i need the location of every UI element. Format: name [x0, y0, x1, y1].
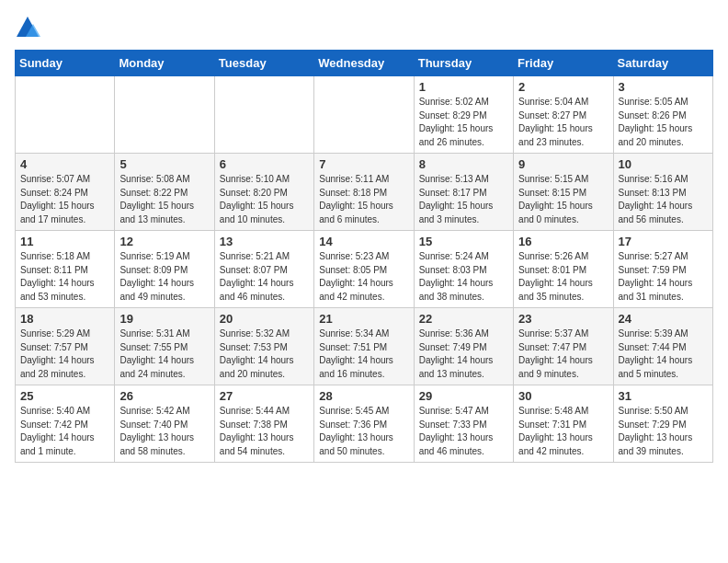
day-info: Sunrise: 5:39 AM Sunset: 7:44 PM Dayligh… — [619, 327, 708, 381]
logo-icon — [15, 15, 40, 40]
day-info: Sunrise: 5:27 AM Sunset: 7:59 PM Dayligh… — [619, 250, 708, 304]
day-number: 16 — [518, 235, 608, 248]
day-number: 12 — [119, 235, 209, 248]
calendar-cell: 17Sunrise: 5:27 AM Sunset: 7:59 PM Dayli… — [613, 231, 712, 308]
day-info: Sunrise: 5:04 AM Sunset: 8:27 PM Dayligh… — [518, 96, 608, 149]
day-header-friday: Friday — [514, 51, 613, 76]
calendar-cell: 6Sunrise: 5:10 AM Sunset: 8:20 PM Daylig… — [214, 154, 313, 231]
calendar-cell: 29Sunrise: 5:47 AM Sunset: 7:33 PM Dayli… — [414, 385, 513, 463]
day-number: 4 — [20, 157, 109, 171]
calendar-cell: 12Sunrise: 5:19 AM Sunset: 8:09 PM Dayli… — [115, 231, 214, 308]
day-number: 24 — [619, 312, 708, 326]
day-info: Sunrise: 5:48 AM Sunset: 7:31 PM Dayligh… — [518, 405, 608, 458]
day-number: 25 — [20, 389, 109, 403]
day-info: Sunrise: 5:15 AM Sunset: 8:15 PM Dayligh… — [518, 173, 608, 226]
calendar-cell: 28Sunrise: 5:45 AM Sunset: 7:36 PM Dayli… — [314, 385, 414, 463]
day-info: Sunrise: 5:21 AM Sunset: 8:07 PM Dayligh… — [220, 250, 309, 304]
day-header-monday: Monday — [115, 51, 214, 76]
day-number: 18 — [20, 312, 109, 326]
calendar-table: SundayMondayTuesdayWednesdayThursdayFrid… — [15, 50, 713, 463]
day-number: 21 — [319, 312, 408, 326]
day-info: Sunrise: 5:24 AM Sunset: 8:03 PM Dayligh… — [419, 250, 508, 304]
day-info: Sunrise: 5:44 AM Sunset: 7:38 PM Dayligh… — [220, 405, 309, 458]
day-number: 31 — [619, 389, 708, 403]
calendar-cell: 21Sunrise: 5:34 AM Sunset: 7:51 PM Dayli… — [314, 308, 414, 385]
day-number: 20 — [220, 312, 309, 326]
day-number: 8 — [419, 157, 508, 171]
calendar-cell: 20Sunrise: 5:32 AM Sunset: 7:53 PM Dayli… — [214, 308, 313, 385]
day-header-sunday: Sunday — [16, 51, 115, 76]
calendar-cell: 30Sunrise: 5:48 AM Sunset: 7:31 PM Dayli… — [514, 385, 613, 463]
day-number: 1 — [419, 80, 508, 94]
day-number: 5 — [119, 157, 209, 171]
day-info: Sunrise: 5:31 AM Sunset: 7:55 PM Dayligh… — [119, 327, 209, 381]
day-number: 14 — [319, 235, 408, 248]
calendar-cell: 11Sunrise: 5:18 AM Sunset: 8:11 PM Dayli… — [16, 231, 115, 308]
calendar-cell: 22Sunrise: 5:36 AM Sunset: 7:49 PM Dayli… — [414, 308, 513, 385]
day-info: Sunrise: 5:29 AM Sunset: 7:57 PM Dayligh… — [20, 327, 109, 381]
day-info: Sunrise: 5:45 AM Sunset: 7:36 PM Dayligh… — [319, 405, 408, 458]
calendar-cell: 5Sunrise: 5:08 AM Sunset: 8:22 PM Daylig… — [115, 154, 214, 231]
calendar-cell: 31Sunrise: 5:50 AM Sunset: 7:29 PM Dayli… — [613, 385, 712, 463]
day-info: Sunrise: 5:05 AM Sunset: 8:26 PM Dayligh… — [619, 96, 708, 149]
day-info: Sunrise: 5:07 AM Sunset: 8:24 PM Dayligh… — [20, 173, 109, 226]
calendar-header-row: SundayMondayTuesdayWednesdayThursdayFrid… — [16, 51, 713, 76]
day-info: Sunrise: 5:47 AM Sunset: 7:33 PM Dayligh… — [419, 405, 508, 458]
day-number: 22 — [419, 312, 508, 326]
calendar-cell: 18Sunrise: 5:29 AM Sunset: 7:57 PM Dayli… — [16, 308, 115, 385]
calendar-cell: 25Sunrise: 5:40 AM Sunset: 7:42 PM Dayli… — [16, 385, 115, 463]
day-number: 28 — [319, 389, 408, 403]
calendar-cell: 2Sunrise: 5:04 AM Sunset: 8:27 PM Daylig… — [514, 76, 613, 154]
day-header-tuesday: Tuesday — [214, 51, 313, 76]
day-number: 10 — [619, 157, 708, 171]
day-number: 29 — [419, 389, 508, 403]
calendar-cell — [214, 76, 313, 154]
day-number: 23 — [518, 312, 608, 326]
day-number: 17 — [619, 235, 708, 248]
day-info: Sunrise: 5:42 AM Sunset: 7:40 PM Dayligh… — [119, 405, 209, 458]
day-number: 9 — [518, 157, 608, 171]
day-info: Sunrise: 5:16 AM Sunset: 8:13 PM Dayligh… — [619, 173, 708, 226]
day-info: Sunrise: 5:23 AM Sunset: 8:05 PM Dayligh… — [319, 250, 408, 304]
day-number: 15 — [419, 235, 508, 248]
day-info: Sunrise: 5:50 AM Sunset: 7:29 PM Dayligh… — [619, 405, 708, 458]
day-number: 26 — [119, 389, 209, 403]
day-number: 11 — [20, 235, 109, 248]
day-number: 30 — [518, 389, 608, 403]
calendar-cell — [314, 76, 414, 154]
calendar-cell: 26Sunrise: 5:42 AM Sunset: 7:40 PM Dayli… — [115, 385, 214, 463]
day-info: Sunrise: 5:40 AM Sunset: 7:42 PM Dayligh… — [20, 405, 109, 458]
day-info: Sunrise: 5:11 AM Sunset: 8:18 PM Dayligh… — [319, 173, 408, 226]
day-info: Sunrise: 5:19 AM Sunset: 8:09 PM Dayligh… — [119, 250, 209, 304]
day-header-thursday: Thursday — [414, 51, 513, 76]
calendar-cell: 23Sunrise: 5:37 AM Sunset: 7:47 PM Dayli… — [514, 308, 613, 385]
day-header-wednesday: Wednesday — [314, 51, 414, 76]
calendar-cell: 27Sunrise: 5:44 AM Sunset: 7:38 PM Dayli… — [214, 385, 313, 463]
day-info: Sunrise: 5:26 AM Sunset: 8:01 PM Dayligh… — [518, 250, 608, 304]
logo — [15, 15, 44, 40]
day-info: Sunrise: 5:36 AM Sunset: 7:49 PM Dayligh… — [419, 327, 508, 381]
day-header-saturday: Saturday — [613, 51, 712, 76]
calendar-cell: 19Sunrise: 5:31 AM Sunset: 7:55 PM Dayli… — [115, 308, 214, 385]
calendar-cell: 4Sunrise: 5:07 AM Sunset: 8:24 PM Daylig… — [16, 154, 115, 231]
day-info: Sunrise: 5:32 AM Sunset: 7:53 PM Dayligh… — [220, 327, 309, 381]
day-info: Sunrise: 5:18 AM Sunset: 8:11 PM Dayligh… — [20, 250, 109, 304]
day-number: 27 — [220, 389, 309, 403]
calendar-cell: 15Sunrise: 5:24 AM Sunset: 8:03 PM Dayli… — [414, 231, 513, 308]
calendar-week-row: 11Sunrise: 5:18 AM Sunset: 8:11 PM Dayli… — [16, 231, 713, 308]
calendar-cell: 10Sunrise: 5:16 AM Sunset: 8:13 PM Dayli… — [613, 154, 712, 231]
day-info: Sunrise: 5:08 AM Sunset: 8:22 PM Dayligh… — [119, 173, 209, 226]
day-info: Sunrise: 5:02 AM Sunset: 8:29 PM Dayligh… — [419, 96, 508, 149]
day-info: Sunrise: 5:37 AM Sunset: 7:47 PM Dayligh… — [518, 327, 608, 381]
calendar-cell: 13Sunrise: 5:21 AM Sunset: 8:07 PM Dayli… — [214, 231, 313, 308]
calendar-cell: 24Sunrise: 5:39 AM Sunset: 7:44 PM Dayli… — [613, 308, 712, 385]
calendar-cell — [115, 76, 214, 154]
day-info: Sunrise: 5:34 AM Sunset: 7:51 PM Dayligh… — [319, 327, 408, 381]
calendar-cell: 3Sunrise: 5:05 AM Sunset: 8:26 PM Daylig… — [613, 76, 712, 154]
calendar-cell: 8Sunrise: 5:13 AM Sunset: 8:17 PM Daylig… — [414, 154, 513, 231]
calendar-cell: 7Sunrise: 5:11 AM Sunset: 8:18 PM Daylig… — [314, 154, 414, 231]
day-number: 6 — [220, 157, 309, 171]
day-info: Sunrise: 5:10 AM Sunset: 8:20 PM Dayligh… — [220, 173, 309, 226]
calendar-week-row: 1Sunrise: 5:02 AM Sunset: 8:29 PM Daylig… — [16, 76, 713, 154]
calendar-cell: 14Sunrise: 5:23 AM Sunset: 8:05 PM Dayli… — [314, 231, 414, 308]
